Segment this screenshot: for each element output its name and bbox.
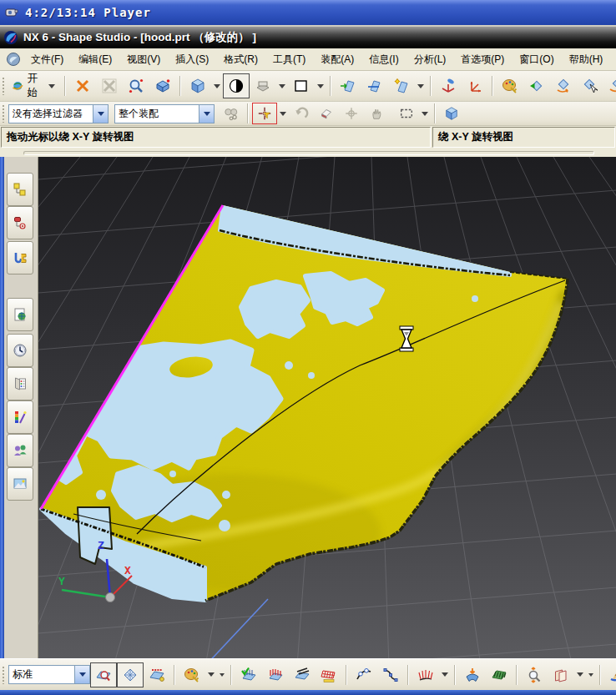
grid-analysis-button[interactable] — [316, 662, 342, 687]
chevron-down-icon[interactable] — [214, 84, 220, 88]
rotate-handle-button[interactable] — [550, 73, 577, 98]
diamond-rotate-icon — [555, 78, 572, 94]
role-palette-button[interactable] — [179, 662, 205, 687]
measure-face-icon — [149, 667, 165, 683]
studio-brush-button[interactable] — [604, 662, 616, 687]
chevron-down-icon[interactable] — [317, 84, 324, 88]
snap-point-button[interactable] — [339, 103, 364, 124]
rectangle-select-button[interactable] — [394, 103, 419, 124]
menu-item-assemblies[interactable]: 装配(A) — [313, 50, 361, 69]
curve-analysis-button[interactable] — [351, 662, 377, 687]
measure-face-button[interactable] — [144, 662, 170, 687]
chevron-down-icon[interactable] — [280, 112, 286, 116]
system-menu-icon[interactable] — [6, 52, 21, 67]
scenes-button[interactable] — [7, 467, 33, 501]
fit-view-button[interactable] — [69, 73, 96, 98]
find-component-button[interactable] — [219, 103, 244, 124]
menu-item-format[interactable]: 格式(R) — [216, 50, 265, 69]
wireframe-view-button[interactable] — [117, 662, 144, 687]
selection-filter-combo[interactable]: 没有选择过滤器 — [8, 104, 109, 123]
player-titlebar[interactable]: 4:2/13:14 Player — [0, 0, 616, 25]
menu-item-file[interactable]: 文件(F) — [23, 50, 71, 69]
background-button[interactable] — [288, 73, 315, 98]
roles-button[interactable] — [7, 434, 33, 467]
cube-icon — [444, 106, 459, 121]
menu-item-information[interactable]: 信息(I) — [361, 50, 406, 69]
toolbar-options-arrow[interactable] — [220, 673, 225, 677]
assembly-navigator-button[interactable] — [7, 173, 33, 206]
menu-item-edit[interactable]: 编辑(E) — [71, 50, 119, 69]
move-handle-button[interactable] — [603, 73, 616, 98]
clip-plane-button[interactable] — [361, 73, 388, 98]
zebra-analysis-button[interactable] — [486, 662, 512, 687]
selection-filter-value: 没有选择过滤器 — [9, 107, 93, 121]
zoom-button[interactable] — [123, 73, 149, 98]
graphics-window[interactable]: Z X Y — [38, 157, 616, 658]
web-browser-button[interactable] — [7, 298, 33, 331]
history-button[interactable] — [7, 334, 33, 367]
edit-pole-curve-button[interactable] — [377, 662, 404, 687]
menu-item-analysis[interactable]: 分析(L) — [406, 50, 454, 69]
sheet-copy-button[interactable] — [548, 662, 574, 687]
chevron-down-icon[interactable] — [279, 84, 285, 88]
menu-item-window[interactable]: 窗口(O) — [512, 50, 561, 69]
patch-blob-upper[interactable] — [241, 282, 308, 336]
pan-button[interactable] — [364, 103, 389, 124]
curvature-surface-button[interactable] — [262, 662, 289, 687]
combo-arrow-button[interactable] — [74, 666, 89, 683]
orient-csys-button[interactable] — [462, 73, 488, 98]
chevron-down-icon[interactable] — [422, 112, 428, 116]
start-button[interactable]: 开始 — [8, 73, 61, 98]
fit-selection-button[interactable] — [96, 73, 123, 98]
menu-item-view[interactable]: 视图(V) — [119, 50, 168, 69]
selection-scope-combo[interactable]: 整个装配 — [114, 104, 215, 123]
menu-item-tools[interactable]: 工具(T) — [265, 50, 313, 69]
role-palette-button[interactable] — [497, 73, 523, 98]
orient-view-button[interactable] — [184, 73, 211, 98]
eraser-button[interactable] — [314, 103, 339, 124]
new-section-button[interactable] — [388, 73, 415, 98]
wcs-origin-ball[interactable] — [106, 593, 115, 602]
curvature-comb-button[interactable] — [412, 662, 439, 687]
palettes-button[interactable] — [7, 367, 33, 400]
visualization-button[interactable] — [7, 400, 33, 434]
combo-arrow-button[interactable] — [93, 105, 108, 123]
shortcut-cube-button[interactable] — [439, 103, 464, 124]
rotate-view-button[interactable] — [149, 73, 176, 98]
chevron-down-icon[interactable] — [417, 84, 424, 88]
view-toolbar: 开始 — [0, 71, 616, 102]
constraint-navigator-button[interactable] — [7, 206, 33, 239]
draft-analysis-button[interactable] — [459, 662, 486, 687]
select-handle-button[interactable] — [577, 73, 603, 98]
toolbar-separator — [407, 665, 409, 685]
scene-image-icon — [13, 476, 28, 491]
orient-csys-light-button[interactable] — [435, 73, 462, 98]
menu-item-insert[interactable]: 插入(S) — [168, 50, 216, 69]
collapsed-toolbar-handle[interactable] — [23, 151, 594, 155]
part-navigator-button[interactable] — [7, 241, 33, 274]
3d-viewport-canvas[interactable] — [38, 157, 616, 658]
local-zoom-button[interactable] — [521, 662, 548, 687]
chevron-down-icon[interactable] — [208, 672, 215, 677]
menu-item-preferences[interactable]: 首选项(P) — [453, 50, 512, 69]
menu-item-help[interactable]: 帮助(H) — [562, 50, 611, 69]
toolbar-grip[interactable] — [2, 104, 6, 123]
reflection-analysis-button[interactable] — [289, 662, 316, 687]
undo-button[interactable] — [289, 103, 314, 124]
clip-section-button[interactable] — [335, 73, 361, 98]
rendering-style-button[interactable] — [223, 73, 250, 98]
work-section-button[interactable] — [250, 73, 276, 98]
toolbar-grip[interactable] — [2, 77, 6, 95]
nx-titlebar[interactable]: NX 6 - Shape Studio - [hood.prt （修改的） ] — [0, 25, 616, 48]
selection-filter-button[interactable] — [252, 103, 277, 124]
toolbar-grip[interactable] — [2, 666, 6, 684]
chevron-down-icon[interactable] — [442, 672, 448, 677]
toolbar-options-arrow[interactable] — [588, 673, 593, 677]
analysis-group-combo[interactable]: 标准 — [8, 665, 90, 684]
face-analysis-button[interactable] — [90, 662, 117, 687]
zoom-icon — [128, 78, 144, 94]
chevron-down-icon[interactable] — [577, 672, 583, 677]
enable-handle-button[interactable] — [523, 73, 550, 98]
comb-analysis-button[interactable] — [235, 662, 262, 687]
combo-arrow-button[interactable] — [199, 105, 214, 123]
